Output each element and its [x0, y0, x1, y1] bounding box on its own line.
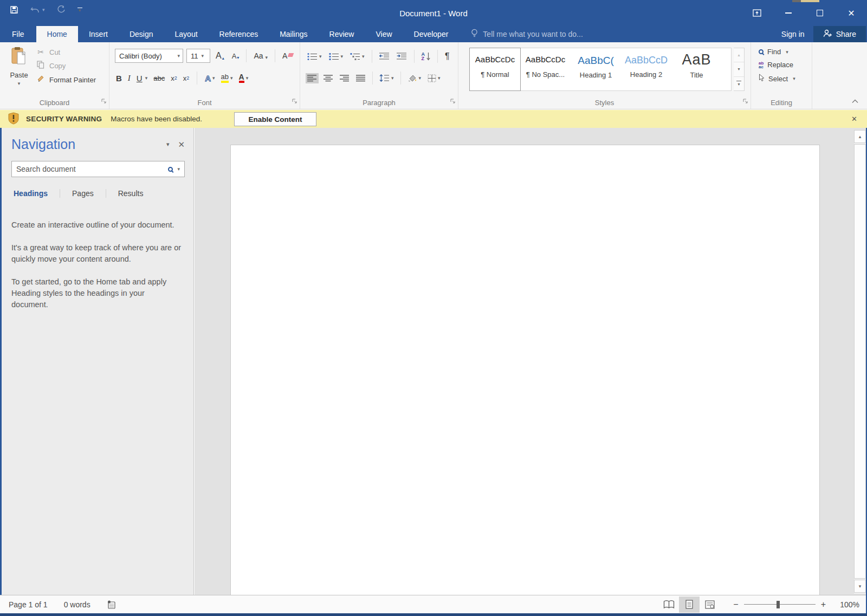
replace-button[interactable]: ab ac Replace [759, 61, 795, 69]
align-center-button[interactable] [322, 73, 335, 83]
paste-dropdown-icon[interactable]: ▾ [18, 81, 21, 86]
decrease-indent-button[interactable] [378, 51, 391, 62]
enable-content-button[interactable]: Enable Content [234, 112, 316, 126]
font-size-dropdown-icon[interactable]: ▾ [202, 53, 204, 59]
scroll-down-icon[interactable]: ▾ [854, 580, 866, 593]
tab-view[interactable]: View [365, 26, 403, 42]
zoom-level[interactable]: 100% [834, 600, 859, 609]
format-painter-button[interactable]: Format Painter [36, 75, 96, 85]
search-icon[interactable] [168, 167, 173, 172]
read-mode-button[interactable] [658, 596, 679, 613]
clear-formatting-button[interactable]: A [280, 50, 295, 61]
strikethrough-button[interactable]: abc [153, 74, 165, 82]
tab-home[interactable]: Home [36, 26, 78, 42]
paint-bucket-icon [407, 74, 417, 82]
borders-button[interactable]: ▾ [426, 73, 442, 84]
main-area: Navigation ▾ ✕ ▾ Headings Pages Results … [0, 128, 867, 595]
tab-developer[interactable]: Developer [403, 26, 460, 42]
bullets-button[interactable]: ▾ [306, 51, 323, 62]
minimize-icon[interactable] [773, 0, 804, 26]
navigation-search-box[interactable]: ▾ [11, 161, 185, 177]
style-normal[interactable]: AaBbCcDc ¶ Normal [470, 48, 520, 90]
search-input[interactable] [16, 165, 168, 173]
change-case-button[interactable]: Aa▾ [251, 50, 270, 61]
align-left-button[interactable] [306, 73, 319, 83]
styles-scroll-down-icon[interactable]: ▾ [734, 62, 744, 76]
find-button[interactable]: Find ▾ [759, 48, 795, 56]
shading-button[interactable]: ▾ [406, 73, 423, 84]
cut-button[interactable]: ✂ Cut [36, 48, 96, 56]
underline-button[interactable]: U [137, 74, 143, 83]
scroll-up-icon[interactable]: ▴ [854, 130, 866, 143]
superscript-button[interactable]: x2 [183, 74, 190, 82]
search-dropdown-icon[interactable]: ▾ [177, 166, 180, 172]
tab-references[interactable]: References [209, 26, 269, 42]
italic-button[interactable]: I [128, 74, 131, 83]
collapse-ribbon-icon[interactable] [852, 96, 858, 106]
show-hide-marks-button[interactable]: ¶ [443, 50, 451, 63]
zoom-slider-thumb[interactable] [777, 601, 780, 608]
word-count[interactable]: 0 words [64, 600, 90, 609]
close-icon[interactable]: ✕ [836, 0, 867, 26]
share-button[interactable]: Share [813, 26, 866, 42]
zoom-out-icon[interactable]: − [733, 600, 738, 609]
underline-dropdown-icon[interactable]: ▾ [145, 75, 148, 81]
tab-insert[interactable]: Insert [78, 26, 119, 42]
navigation-close-icon[interactable]: ✕ [178, 140, 185, 150]
nav-tab-headings[interactable]: Headings [11, 189, 50, 198]
scrollbar-thumb[interactable] [854, 144, 866, 579]
style-no-spacing[interactable]: AaBbCcDc ¶ No Spac... [520, 48, 571, 90]
page-count[interactable]: Page 1 of 1 [9, 600, 48, 609]
paragraph-dialog-launcher-icon[interactable] [450, 96, 456, 106]
decrease-indent-icon [379, 53, 390, 60]
clipboard-dialog-launcher-icon[interactable] [101, 96, 107, 106]
line-spacing-button[interactable]: ▾ [378, 73, 396, 83]
font-name-dropdown-icon[interactable]: ▾ [177, 53, 180, 59]
nav-tab-pages[interactable]: Pages [70, 189, 96, 198]
sign-in-button[interactable]: Sign in [773, 26, 813, 42]
styles-dialog-launcher-icon[interactable] [743, 96, 748, 106]
style-title[interactable]: AaB Title [671, 48, 722, 90]
styles-more-icon[interactable]: ▾ [734, 77, 744, 90]
numbering-button[interactable]: ▾ [327, 51, 345, 62]
align-right-button[interactable] [338, 73, 351, 83]
font-color-button[interactable]: A ▾ [239, 73, 249, 83]
font-name-combobox[interactable]: Calibri (Body) ▾ [115, 49, 183, 63]
multilevel-list-button[interactable]: ▾ [348, 51, 366, 62]
zoom-in-icon[interactable]: + [821, 600, 826, 609]
print-layout-button[interactable] [679, 596, 700, 613]
increase-indent-button[interactable] [395, 51, 409, 62]
copy-button[interactable]: Copy [36, 61, 96, 70]
style-heading-2[interactable]: AaBbCcD Heading 2 [621, 48, 671, 90]
tab-review[interactable]: Review [319, 26, 365, 42]
text-effects-button[interactable]: A ▾ [205, 74, 215, 83]
tab-layout[interactable]: Layout [164, 26, 209, 42]
style-heading-1[interactable]: AaBbC( Heading 1 [571, 48, 621, 90]
web-layout-button[interactable] [700, 596, 720, 613]
font-size-combobox[interactable]: 11 ▾ [186, 49, 210, 63]
ribbon-display-options-icon[interactable] [741, 0, 773, 26]
proofing-status-icon[interactable] [107, 600, 116, 609]
tab-design[interactable]: Design [119, 26, 164, 42]
paste-button[interactable]: Paste ▾ [5, 47, 33, 99]
tab-file[interactable]: File [0, 26, 36, 42]
select-button[interactable]: Select ▾ [759, 74, 795, 83]
sort-button[interactable]: AZ [420, 50, 432, 62]
shrink-font-button[interactable]: A▾ [230, 51, 242, 61]
grow-font-button[interactable]: A▴ [213, 50, 227, 62]
tell-me-box[interactable]: Tell me what you want to do... [463, 26, 590, 42]
text-highlight-button[interactable]: ab ▾ [221, 73, 233, 83]
tab-mailings[interactable]: Mailings [269, 26, 318, 42]
zoom-slider[interactable] [744, 601, 816, 608]
security-bar-close-icon[interactable]: ✕ [851, 110, 857, 128]
document-page[interactable] [230, 145, 820, 595]
nav-tab-results[interactable]: Results [116, 189, 146, 198]
justify-button[interactable] [354, 73, 367, 83]
bold-button[interactable]: B [116, 74, 122, 83]
font-dialog-launcher-icon[interactable] [292, 96, 297, 106]
maximize-icon[interactable] [804, 0, 836, 26]
subscript-button[interactable]: x2 [171, 74, 177, 82]
vertical-scrollbar[interactable]: ▴ ▾ [854, 130, 866, 594]
styles-scroll-up-icon[interactable]: ▴ [734, 48, 744, 62]
navigation-dropdown-icon[interactable]: ▾ [166, 141, 170, 148]
